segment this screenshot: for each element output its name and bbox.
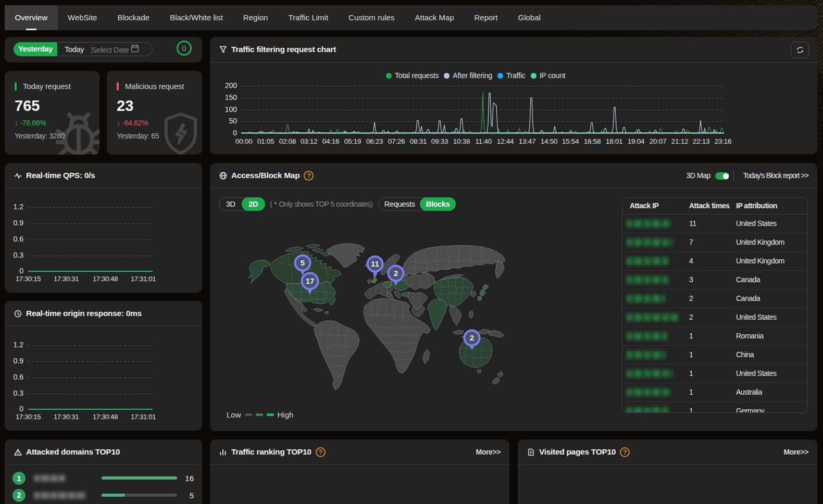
svg-text:11: 11 [371,259,379,268]
svg-text:2: 2 [470,333,474,342]
svg-text:5: 5 [301,258,305,267]
svg-text:2: 2 [394,269,398,278]
svg-text:17: 17 [306,276,315,285]
